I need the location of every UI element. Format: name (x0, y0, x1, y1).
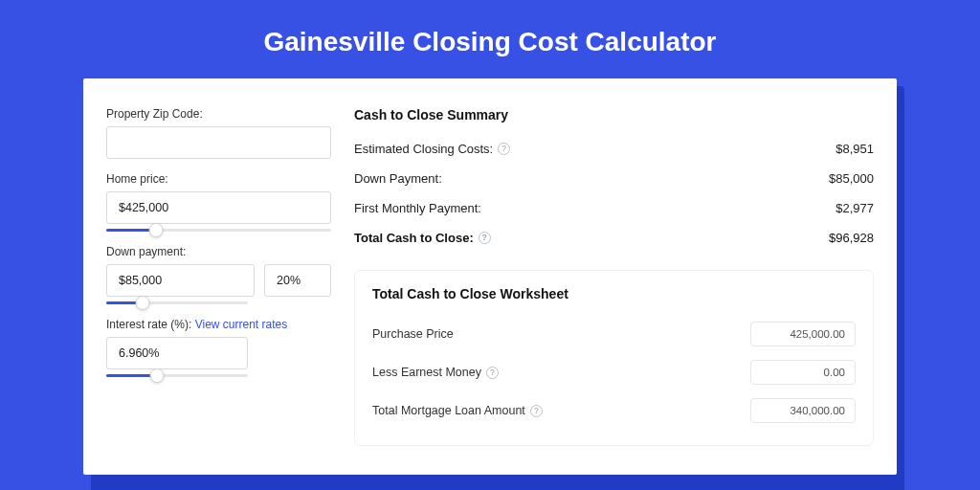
interest-rate-slider[interactable] (106, 374, 248, 377)
summary-value: $8,951 (835, 142, 874, 156)
down-payment-label: Down payment: (106, 245, 331, 258)
zip-label: Property Zip Code: (106, 107, 331, 121)
main-card: Property Zip Code: Home price: Down paym… (83, 78, 897, 475)
interest-rate-input[interactable] (106, 337, 248, 369)
ws-label: Less Earnest Money ? (372, 366, 499, 379)
ws-label-text: Total Mortgage Loan Amount (372, 404, 525, 417)
worksheet-card: Total Cash to Close Worksheet Purchase P… (354, 270, 874, 446)
app-shell: Property Zip Code: Home price: Down paym… (83, 78, 897, 475)
page-title: Gainesville Closing Cost Calculator (0, 0, 980, 78)
ws-label: Total Mortgage Loan Amount ? (372, 404, 543, 417)
summary-label: Total Cash to Close: ? (354, 231, 491, 245)
down-payment-inputs (106, 264, 331, 297)
down-payment-percent-input[interactable] (264, 264, 331, 297)
summary-row-down-payment: Down Payment: $85,000 (354, 164, 874, 193)
view-rates-link[interactable]: View current rates (195, 318, 288, 331)
interest-rate-slider-thumb[interactable] (150, 368, 165, 383)
ws-label: Purchase Price (372, 327, 454, 341)
summary-title: Cash to Close Summary (354, 107, 874, 122)
summary-value: $85,000 (829, 171, 874, 186)
down-payment-slider-thumb[interactable] (136, 296, 150, 310)
summary-label: Down Payment: (354, 171, 442, 186)
summary-label-text: Estimated Closing Costs: (354, 142, 493, 156)
down-payment-field-group: Down payment: (106, 245, 331, 304)
help-icon[interactable]: ? (530, 405, 543, 417)
interest-rate-label-wrap: Interest rate (%): View current rates (106, 318, 331, 331)
help-icon[interactable]: ? (479, 232, 491, 244)
down-payment-input[interactable] (106, 264, 255, 297)
zip-field-group: Property Zip Code: (106, 107, 331, 159)
home-price-slider-thumb[interactable] (148, 223, 163, 237)
ws-mortgage-amount-input[interactable] (750, 398, 856, 423)
right-panel: Cash to Close Summary Estimated Closing … (354, 107, 874, 446)
summary-row-first-monthly: First Monthly Payment: $2,977 (354, 193, 874, 223)
ws-label-text: Less Earnest Money (372, 366, 481, 379)
home-price-label: Home price: (106, 172, 331, 186)
ws-row-mortgage-amount: Total Mortgage Loan Amount ? (372, 391, 856, 430)
summary-row-closing-costs: Estimated Closing Costs: ? $8,951 (354, 134, 874, 164)
summary-value: $2,977 (835, 201, 874, 215)
summary-row-total-cash: Total Cash to Close: ? $96,928 (354, 223, 874, 253)
summary-label-text: Total Cash to Close: (354, 231, 474, 245)
summary-label-text: First Monthly Payment: (354, 201, 481, 215)
help-icon[interactable]: ? (498, 143, 510, 155)
summary-label: First Monthly Payment: (354, 201, 481, 215)
help-icon[interactable]: ? (486, 367, 499, 379)
summary-value: $96,928 (829, 231, 874, 245)
ws-row-earnest-money: Less Earnest Money ? (372, 353, 856, 391)
worksheet-title: Total Cash to Close Worksheet (372, 286, 856, 301)
summary-card: Cash to Close Summary Estimated Closing … (354, 107, 874, 253)
down-payment-slider[interactable] (106, 301, 248, 304)
zip-input[interactable] (106, 126, 331, 159)
summary-label-text: Down Payment: (354, 171, 442, 186)
left-panel: Property Zip Code: Home price: Down paym… (106, 107, 331, 446)
home-price-slider[interactable] (106, 229, 331, 232)
home-price-field-group: Home price: (106, 172, 331, 232)
home-price-input[interactable] (106, 191, 331, 224)
summary-label: Estimated Closing Costs: ? (354, 142, 510, 156)
ws-purchase-price-input[interactable] (750, 322, 856, 346)
ws-label-text: Purchase Price (372, 327, 454, 341)
ws-row-purchase-price: Purchase Price (372, 315, 856, 353)
interest-rate-field-group: Interest rate (%): View current rates (106, 318, 331, 377)
ws-earnest-money-input[interactable] (750, 360, 856, 385)
interest-rate-label: Interest rate (%): (106, 318, 191, 331)
